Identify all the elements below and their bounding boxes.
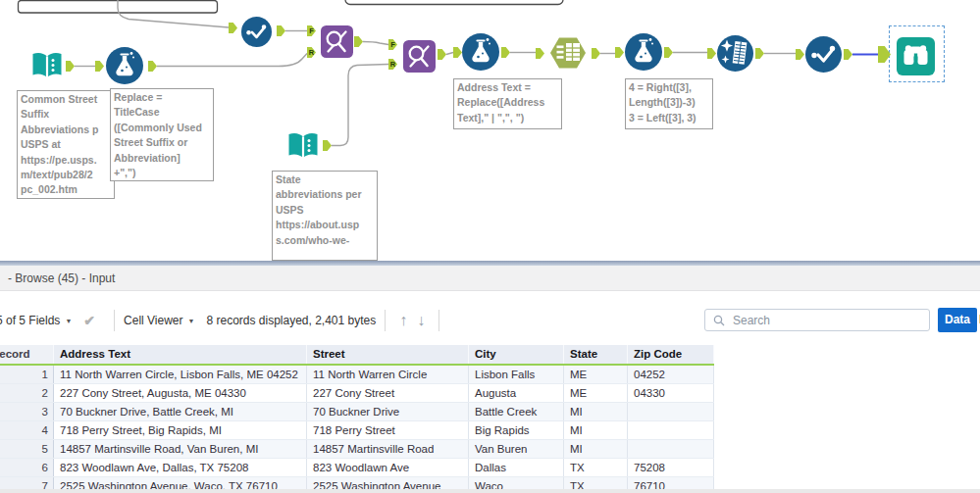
data-cleansing-icon — [717, 35, 753, 72]
wire-formula1-to-findreplace1-r[interactable] — [157, 54, 307, 67]
data-cell: Battle Creek — [469, 403, 564, 420]
records-info: 8 records displayed, 2,401 bytes — [206, 314, 376, 327]
tool-text-input-1[interactable] — [29, 49, 65, 84]
results-toolbar: 5 of 5 Fields ▼ ✔ Cell Viewer ▼ 8 record… — [0, 306, 980, 335]
results-table: RecordAddress TextStreetCityStateZip Cod… — [0, 345, 714, 493]
search-box[interactable] — [704, 309, 930, 331]
record-number-cell: 6 — [0, 459, 54, 476]
search-icon — [713, 315, 725, 326]
column-header-city[interactable]: City — [469, 345, 564, 364]
annotation-suffix-source[interactable]: Common Street Suffix Abbreviations p USP… — [17, 90, 115, 199]
data-cell: ME — [564, 366, 628, 383]
tool-formula-1[interactable] — [106, 47, 143, 84]
data-cell: 11 North Warren Circle — [307, 366, 469, 383]
tool-formula-2[interactable] — [462, 33, 499, 71]
annotation-address-replace[interactable]: Address Text = Replace([Address Text]," … — [453, 78, 562, 129]
column-header-zip-code[interactable]: Zip Code — [628, 345, 714, 364]
formula-flask-icon — [462, 33, 499, 71]
data-cell: Dallas — [469, 459, 564, 476]
record-number-cell: 4 — [0, 421, 54, 439]
toolbar-divider — [114, 310, 115, 331]
tool-unique-1[interactable] — [241, 17, 272, 47]
fields-dropdown[interactable]: 5 of 5 Fields — [0, 314, 60, 327]
unique-check-icon — [805, 36, 842, 73]
tool-find-replace-1[interactable] — [321, 25, 353, 58]
data-cell: MI — [564, 421, 628, 439]
record-number-cell: 1 — [0, 366, 54, 383]
data-cell: ME — [564, 384, 628, 402]
tool-browse[interactable] — [897, 37, 935, 75]
wire-findreplace1-to-findreplace2-f[interactable] — [363, 42, 388, 45]
table-row[interactable]: 4718 Perry Street, Big Rapids, MI718 Per… — [0, 421, 714, 440]
tool-unique-2[interactable] — [805, 36, 842, 73]
workflow-canvas[interactable]: Common Street Suffix Abbreviations p USP… — [0, 0, 980, 261]
data-cell: 227 Cony Street, Augusta, ME 04330 — [54, 384, 307, 402]
table-row[interactable]: 514857 Martinsville Road, Van Buren, MI1… — [0, 440, 714, 459]
data-cell: 718 Perry Street — [307, 421, 469, 439]
tool-formula-3[interactable] — [625, 33, 662, 71]
up-arrow-button[interactable]: ↑ — [399, 312, 407, 329]
table-row[interactable]: 6823 Woodlawn Ave, Dallas, TX 75208823 W… — [0, 459, 714, 477]
data-cell: 14857 Martinsville Road — [307, 440, 469, 458]
alteryx-window: Common Street Suffix Abbreviations p USP… — [0, 0, 980, 493]
formula-flask-icon — [106, 47, 143, 84]
tool-text-input-2[interactable] — [285, 129, 321, 165]
column-header-address-text[interactable]: Address Text — [54, 345, 307, 364]
chevron-down-icon[interactable]: ▼ — [65, 318, 72, 324]
record-number-cell: 3 — [0, 403, 54, 420]
table-row[interactable]: 111 North Warren Circle, Lisbon Falls, M… — [0, 366, 714, 384]
data-cell: MI — [564, 440, 628, 458]
data-cell: 70 Buckner Drive — [307, 403, 469, 420]
unique-check-icon — [241, 17, 272, 47]
apply-check-icon[interactable]: ✔ — [83, 313, 95, 328]
wire-textinput2-to-findreplace2-r[interactable] — [332, 65, 388, 146]
annotation-replace-titlecase[interactable]: Replace = TitleCase ([Commonly Used Stre… — [110, 88, 214, 181]
tool-text-to-columns[interactable] — [548, 34, 588, 72]
data-cell: 14857 Martinsville Road, Van Buren, MI — [54, 440, 307, 458]
data-cell: TX — [564, 459, 628, 476]
data-cell: Big Rapids — [469, 421, 564, 439]
chevron-down-icon[interactable]: ▼ — [188, 318, 195, 324]
annotation-state-source[interactable]: State abbreviations per USPS https://abo… — [272, 171, 378, 261]
tool-data-cleansing[interactable] — [717, 35, 753, 72]
annotation-box-partial-right[interactable] — [345, 0, 563, 5]
text-input-book-icon — [29, 49, 65, 84]
data-cell: 227 Cony Street — [307, 384, 469, 402]
data-cell — [628, 440, 714, 458]
find-replace-icon — [403, 40, 436, 73]
data-tab-button[interactable]: Data — [938, 308, 977, 332]
text-to-columns-icon — [548, 34, 588, 72]
results-panel: - Browse (45) - Input 5 of 5 Fields ▼ ✔ … — [0, 261, 980, 493]
text-input-book-icon — [285, 129, 321, 165]
toolbar-divider — [438, 310, 439, 331]
down-arrow-button[interactable]: ↓ — [417, 312, 425, 329]
browse-binoculars-icon — [897, 37, 935, 75]
data-cell: Van Buren — [469, 440, 564, 458]
cell-viewer-dropdown[interactable]: Cell Viewer — [124, 314, 182, 327]
results-table-body: 111 North Warren Circle, Lisbon Falls, M… — [0, 366, 714, 493]
toolbar-divider — [385, 310, 386, 331]
search-input[interactable] — [731, 313, 929, 328]
data-cell: MI — [564, 403, 628, 420]
formula-flask-icon — [625, 33, 662, 71]
results-bottom-strip — [0, 489, 980, 493]
data-cell: 11 North Warren Circle, Lisbon Falls, ME… — [54, 366, 307, 383]
data-cell: 823 Woodlawn Ave, Dallas, TX 75208 — [54, 459, 307, 476]
results-table-header: RecordAddress TextStreetCityStateZip Cod… — [0, 345, 714, 366]
data-cell: 70 Buckner Drive, Battle Creek, MI — [54, 403, 307, 420]
table-row[interactable]: 2227 Cony Street, Augusta, ME 04330227 C… — [0, 384, 714, 403]
data-cell: 04252 — [628, 366, 714, 383]
annotation-right-left-formula[interactable]: 4 = Right([3], Length([3])-3) 3 = Left([… — [625, 78, 713, 129]
data-cell — [628, 403, 714, 420]
data-cell: 823 Woodlawn Ave — [307, 459, 469, 476]
data-cell — [628, 421, 714, 439]
find-replace-icon — [321, 25, 353, 58]
column-header-record[interactable]: Record — [0, 345, 54, 364]
data-cell: Lisbon Falls — [469, 366, 564, 383]
column-header-state[interactable]: State — [564, 345, 628, 364]
wire-findreplace2-to-formula2[interactable] — [446, 53, 453, 55]
tool-find-replace-2[interactable] — [403, 40, 436, 73]
results-panel-title: - Browse (45) - Input — [0, 266, 980, 291]
column-header-street[interactable]: Street — [307, 345, 469, 364]
table-row[interactable]: 370 Buckner Drive, Battle Creek, MI70 Bu… — [0, 403, 714, 421]
